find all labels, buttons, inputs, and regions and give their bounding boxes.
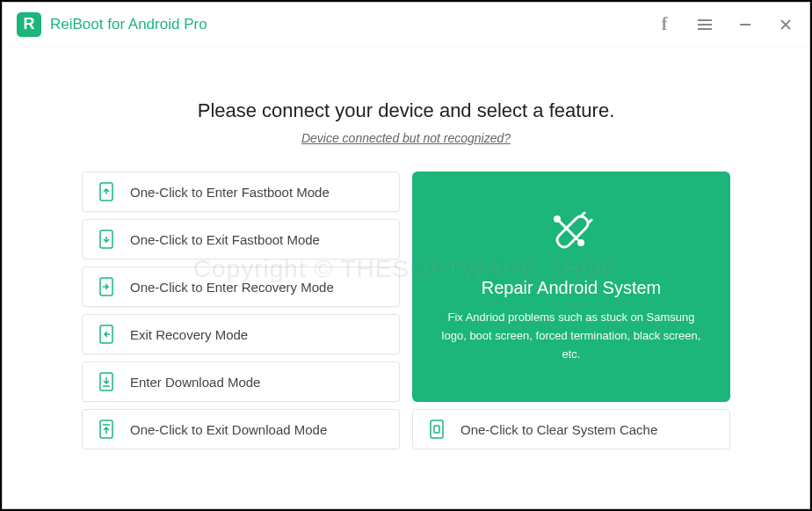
app-window: R ReiBoot for Android Pro f bbox=[2, 2, 810, 509]
clear-cache-button[interactable]: One-Click to Clear System Cache bbox=[412, 409, 730, 449]
titlebar-right: f bbox=[655, 15, 795, 34]
page-heading: Please connect your device and select a … bbox=[198, 99, 615, 122]
option-label: One-Click to Exit Fastboot Mode bbox=[130, 232, 320, 247]
exit-fastboot-button[interactable]: One-Click to Exit Fastboot Mode bbox=[82, 219, 400, 259]
facebook-button[interactable]: f bbox=[655, 15, 674, 34]
svg-rect-16 bbox=[434, 426, 439, 433]
download-icon bbox=[97, 372, 116, 391]
option-label: One-Click to Clear System Cache bbox=[460, 422, 657, 437]
main-content: Please connect your device and select a … bbox=[3, 47, 809, 508]
titlebar: R ReiBoot for Android Pro f bbox=[3, 3, 809, 47]
svg-point-13 bbox=[554, 215, 561, 223]
tools-icon bbox=[547, 209, 595, 260]
exit-recovery-button[interactable]: Exit Recovery Mode bbox=[82, 314, 400, 354]
close-icon bbox=[779, 18, 793, 32]
phone-down-icon bbox=[97, 230, 116, 249]
phone-in-icon bbox=[97, 277, 116, 296]
hamburger-icon bbox=[697, 18, 713, 31]
minimize-button[interactable] bbox=[736, 15, 755, 34]
option-label: One-Click to Enter Fastboot Mode bbox=[130, 185, 330, 200]
option-label: One-Click to Enter Recovery Mode bbox=[130, 280, 334, 295]
device-help-link[interactable]: Device connected but not recognized? bbox=[301, 131, 511, 145]
menu-button[interactable] bbox=[695, 15, 714, 34]
minimize-icon bbox=[738, 18, 752, 32]
feature-grid: One-Click to Enter Fastboot Mode One-Cli… bbox=[82, 172, 730, 449]
option-label: Enter Download Mode bbox=[130, 375, 260, 390]
titlebar-left: R ReiBoot for Android Pro bbox=[17, 12, 207, 37]
app-logo: R bbox=[17, 12, 41, 37]
left-column: One-Click to Enter Fastboot Mode One-Cli… bbox=[82, 172, 400, 449]
phone-up-icon bbox=[97, 182, 116, 201]
clear-cache-icon bbox=[427, 420, 446, 439]
enter-recovery-button[interactable]: One-Click to Enter Recovery Mode bbox=[82, 266, 400, 307]
svg-rect-15 bbox=[431, 420, 443, 438]
option-label: One-Click to Exit Download Mode bbox=[130, 422, 327, 437]
facebook-icon: f bbox=[662, 14, 668, 34]
phone-out-icon bbox=[97, 325, 116, 344]
app-title: ReiBoot for Android Pro bbox=[50, 16, 207, 33]
exit-download-button[interactable]: One-Click to Exit Download Mode bbox=[82, 409, 400, 449]
close-button[interactable] bbox=[776, 15, 795, 34]
repair-card-description: Fix Andriod problems such as stuck on Sa… bbox=[439, 309, 704, 363]
repair-card-title: Repair Android System bbox=[482, 278, 662, 298]
enter-download-button[interactable]: Enter Download Mode bbox=[82, 361, 400, 402]
option-label: Exit Recovery Mode bbox=[130, 327, 248, 342]
upload-icon bbox=[97, 420, 116, 439]
enter-fastboot-button[interactable]: One-Click to Enter Fastboot Mode bbox=[82, 172, 400, 212]
repair-android-card[interactable]: Repair Android System Fix Andriod proble… bbox=[412, 172, 730, 402]
svg-point-14 bbox=[577, 239, 584, 246]
right-column: Repair Android System Fix Andriod proble… bbox=[412, 172, 730, 449]
